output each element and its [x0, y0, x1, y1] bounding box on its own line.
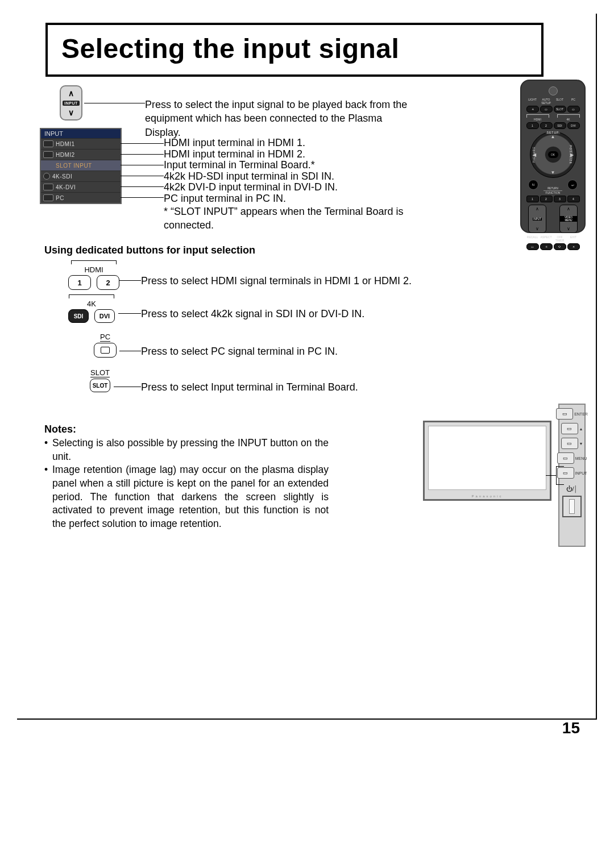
bracket-icon	[71, 260, 117, 264]
left-arrow-icon: ◀	[533, 152, 536, 157]
leader-line	[119, 351, 141, 351]
power-icon: ⏻/│	[566, 485, 578, 492]
remote-bottom-label-offtimer: OFF TIMER	[554, 235, 566, 242]
remote-bottom-label-recall: RECALL	[526, 235, 539, 242]
remote-input-rocker: ∧ INPUT ∨	[528, 205, 546, 233]
dvi-port-icon	[43, 184, 53, 190]
monitor-icon	[101, 347, 110, 354]
note-text: Selecting is also possible by pressing t…	[52, 437, 329, 463]
remote-label-slot: SLOT	[554, 98, 566, 105]
osd-row-label: PC	[56, 195, 64, 201]
display-and-controls-illustration: Panasonic ▭ENTER ▭▲ ▭▼ ▭MENU ▭INPUT ⏻/│	[423, 404, 586, 547]
remote-offtimer-button: ⏲	[554, 243, 566, 250]
remote-aspect-button: ✳	[540, 243, 553, 250]
osd-desc-hdmi1: HDMI input terminal in HDMI 1.	[164, 138, 403, 149]
fourk-cluster-desc: Press to select 4k2k signal in SDI IN or…	[141, 308, 364, 321]
unit-power-switch	[562, 496, 582, 517]
remote-light-button: ☀	[526, 106, 539, 113]
unit-up-button: ▭	[561, 423, 578, 434]
dedicated-buttons-subhead: Using dedicated buttons for input select…	[44, 244, 255, 256]
osd-row-label: 4K-SDI	[52, 173, 72, 180]
remote-bottom-label-exit: EXIT	[567, 235, 580, 242]
fourk-button-cluster: 4K SDI DVI	[68, 294, 115, 323]
remote-return-label: RETURN	[547, 187, 558, 190]
bullet-icon: •	[44, 437, 52, 463]
page-title: Selecting the input signal	[61, 33, 528, 64]
slot-button-cluster: SLOT SLOT	[90, 368, 110, 392]
remote-control-illustration: LIGHT AUTO SETUP SLOT PC ☀ ▭ SLOT ▭ HDMI…	[520, 80, 586, 233]
note-item: • Selecting is also possible by pressing…	[44, 437, 329, 463]
osd-row-descriptions: HDMI input terminal in HDMI 1. HDMI inpu…	[164, 138, 403, 204]
leader-line	[546, 475, 556, 476]
leader-line	[121, 176, 164, 176]
slot-label: SLOT	[90, 368, 110, 377]
hdmi-port-icon	[43, 151, 53, 158]
slot-cluster-desc: Press to select Input terminal in Termin…	[141, 381, 358, 394]
power-icon	[549, 86, 558, 95]
pc-cluster-desc: Press to select PC signal terminal in PC…	[141, 345, 338, 358]
notes-list: • Selecting is also possible by pressing…	[44, 437, 329, 530]
leader-line	[119, 280, 141, 281]
note-item: • Image retention (image lag) may occur …	[44, 463, 329, 530]
remote-hdmi2-button: 2	[540, 122, 553, 129]
unit-input-button: ▭	[557, 467, 574, 479]
remote-video-menu-rocker: ∧ VIDEO MENU ∨	[559, 205, 578, 233]
remote-f2-button: 2	[540, 196, 553, 202]
osd-row-label: HDMI1	[56, 141, 75, 147]
down-chevron-icon: ∨	[68, 108, 74, 117]
unit-down-button: ▭	[561, 438, 578, 449]
osd-desc-4ksdi: 4k2k HD-SDI input terminal in SDI IN.	[164, 171, 403, 182]
remote-sdi-button: SDI	[554, 122, 566, 129]
leader-line	[121, 197, 164, 198]
down-chevron-icon: ∨	[567, 226, 570, 231]
up-chevron-icon: ∧	[536, 206, 539, 211]
hdmi-cluster-desc: Press to select HDMI signal terminals in…	[141, 275, 412, 288]
leader-line	[114, 387, 141, 387]
brand-label: Panasonic	[425, 495, 550, 498]
leader-line	[556, 466, 557, 484]
osd-desc-slot: Input terminal in Terminal Board.*	[164, 160, 403, 171]
remote-recall-button: ▭	[526, 243, 539, 250]
unit-control-panel: ▭ENTER ▭▲ ▭▼ ▭MENU ▭INPUT ⏻/│	[558, 404, 586, 547]
leader-line	[121, 165, 164, 165]
up-chevron-icon: ∧	[567, 206, 570, 211]
osd-input-menu: INPUT HDMI1 HDMI2 SLOT INPUT 4K-SDI 4K-D…	[40, 128, 122, 204]
up-arrow-icon: ▲	[551, 134, 555, 139]
notes-heading: Notes:	[44, 423, 76, 435]
leader-line	[84, 103, 145, 103]
osd-row-label: HDMI2	[56, 152, 75, 158]
unit-menu-button: ▭	[557, 452, 574, 464]
remote-dvi-button: DVI	[567, 122, 580, 129]
hdmi-button-cluster: HDMI 1 2	[68, 260, 119, 290]
input-rocker-label: INPUT	[63, 101, 80, 106]
display-illustration: Panasonic	[423, 421, 551, 501]
remote-bottom-label-aspect: ASPECT	[540, 235, 553, 242]
hdmi-2-button: 2	[97, 275, 119, 290]
page-number: 15	[562, 719, 580, 737]
unit-menu-label: MENU	[575, 456, 587, 460]
osd-row-4k-sdi: 4K-SDI	[41, 171, 121, 181]
osd-row-label: 4K-DVI	[56, 184, 76, 190]
remote-n-button: N	[528, 180, 538, 190]
remote-f1-button: 1	[526, 196, 539, 202]
hdmi-group-label: HDMI	[68, 265, 119, 274]
remote-rocker-input-label: INPUT	[533, 218, 542, 221]
input-rocker-button: ∧ INPUT ∨	[60, 85, 82, 121]
pc-button	[94, 343, 117, 358]
remote-hdmi1-button: 1	[526, 122, 539, 129]
bracket-icon	[69, 294, 114, 298]
osd-row-pc: PC	[41, 192, 121, 203]
unit-enter-button: ▭	[556, 408, 573, 420]
leader-line	[121, 143, 164, 144]
remote-rocker-videomenu-label: VIDEO MENU	[560, 216, 577, 222]
osd-row-hdmi2: HDMI2	[41, 149, 121, 160]
vga-port-icon	[43, 194, 53, 201]
bnc-port-icon	[43, 173, 50, 180]
remote-ok-button: OK	[548, 151, 558, 158]
leader-line	[121, 154, 164, 155]
dvi-button: DVI	[94, 309, 115, 323]
osd-desc-pc: PC input terminal in PC IN.	[164, 193, 403, 205]
title-box: Selecting the input signal	[45, 23, 544, 77]
osd-row-hdmi1: HDMI1	[41, 138, 121, 149]
osd-row-label: SLOT INPUT	[56, 163, 92, 169]
